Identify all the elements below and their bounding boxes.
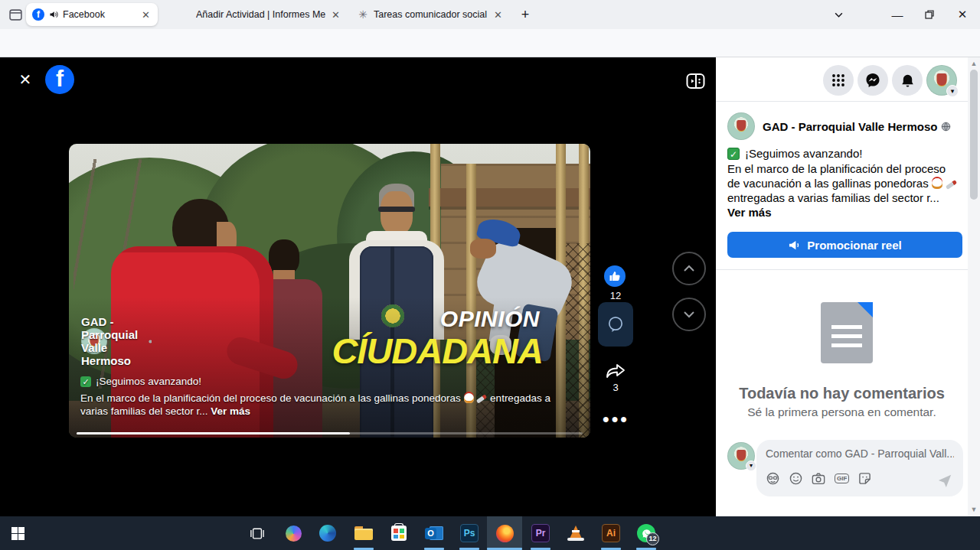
chevron-down-icon: ▾ <box>746 461 756 471</box>
tab-close-icon[interactable]: ✕ <box>330 9 341 21</box>
tab-informes[interactable]: Añadir Actividad | Informes Mensua ✕ <box>190 3 348 26</box>
tab-title: Añadir Actividad | Informes Mensua <box>196 9 325 20</box>
comment-composer[interactable]: Comentar como GAD - Parroquial Vall... G… <box>756 440 963 496</box>
file-explorer-icon[interactable] <box>346 516 381 550</box>
no-comments-icon <box>821 302 873 363</box>
browser-titlebar: f Facebook ✕ Añadir Actividad | Informes… <box>0 0 980 29</box>
see-more-link[interactable]: Ver más <box>727 206 772 219</box>
edge-icon[interactable] <box>310 516 345 550</box>
outlook-icon[interactable]: O <box>416 516 452 550</box>
comments-sidebar: ▾ GAD - Parroquial Valle Hermoso ✓ ¡Segu… <box>716 57 968 516</box>
tab-title: Tareas comunicador social GAD <box>374 9 488 20</box>
see-more-link[interactable]: Ver más <box>211 405 250 417</box>
more-options-icon[interactable]: ●●● <box>596 412 635 426</box>
notifications-button[interactable] <box>892 65 923 96</box>
collapse-sidebar-icon[interactable] <box>686 72 705 90</box>
reel-stage: ✕ f <box>0 57 716 516</box>
whatsapp-badge: 12 <box>646 532 659 545</box>
bell-icon <box>900 73 915 88</box>
check-icon: ✓ <box>727 148 740 160</box>
chevron-down-icon: ▾ <box>946 85 959 97</box>
scroll-up-icon[interactable]: ▲ <box>968 60 980 67</box>
megaphone-icon <box>788 239 801 251</box>
window-maximize-button[interactable] <box>912 0 947 29</box>
post-caption: En el marco de la planificación del proc… <box>727 161 960 220</box>
share-count[interactable]: 3 <box>596 382 635 393</box>
sticker-icon[interactable] <box>858 472 871 485</box>
video-progress-bar[interactable] <box>77 432 583 434</box>
vlc-icon[interactable] <box>558 516 593 550</box>
like-count[interactable]: 12 <box>596 290 635 301</box>
public-globe-icon <box>149 337 152 347</box>
tab-audio-icon[interactable] <box>49 10 58 19</box>
tab-list-chevron-icon[interactable] <box>828 4 849 25</box>
emoji-icon[interactable] <box>789 472 802 485</box>
divider <box>716 269 968 270</box>
public-globe-icon <box>941 122 951 132</box>
reel-video[interactable]: OPINIÓN CÍUDADANA GAD - Parroquial Valle… <box>69 144 590 438</box>
status-line: ✓ ¡Seguimos avanzando! <box>727 147 862 160</box>
task-view-button[interactable] <box>240 516 275 550</box>
next-reel-button[interactable] <box>672 298 706 331</box>
page-name[interactable]: GAD - Parroquial Valle Hermoso <box>81 315 152 367</box>
scrollbar-thumb[interactable] <box>970 70 978 200</box>
page-name[interactable]: GAD - Parroquial Valle Hermoso <box>763 120 951 133</box>
send-comment-icon[interactable] <box>937 474 952 487</box>
thumbs-up-icon <box>609 270 621 282</box>
no-comments-subtitle: Sé la primera persona en comentar. <box>716 405 968 419</box>
chatgpt-favicon-icon: ✳ <box>357 8 369 21</box>
gif-icon[interactable]: GIF <box>835 474 849 483</box>
video-caption: En el marco de la planificación del proc… <box>80 392 580 418</box>
photoshop-icon[interactable]: Ps <box>452 516 487 550</box>
windows-taskbar: Buscar <box>0 516 980 550</box>
tab-close-icon[interactable]: ✕ <box>492 9 504 21</box>
window-close-button[interactable]: ✕ <box>945 0 980 29</box>
avatar-sticker-icon[interactable] <box>766 472 780 485</box>
messenger-button[interactable] <box>858 65 888 96</box>
screen: f Facebook ✕ Añadir Actividad | Informes… <box>0 0 980 550</box>
video-progress-played <box>77 432 350 434</box>
whatsapp-icon[interactable]: 12 <box>629 516 664 550</box>
tab-facebook[interactable]: f Facebook ✕ <box>26 3 158 26</box>
window-minimize-button[interactable]: — <box>880 0 915 29</box>
overlay-title-line2: CÍUDADANA <box>332 330 543 372</box>
comments-button[interactable] <box>598 302 633 347</box>
account-menu-button[interactable]: ▾ <box>926 65 957 96</box>
messenger-icon <box>865 73 880 88</box>
share-arrow-icon <box>605 362 626 380</box>
copilot-icon[interactable] <box>276 516 311 550</box>
like-button[interactable] <box>604 265 626 287</box>
comment-input[interactable]: Comentar como GAD - Parroquial Vall... <box>766 447 954 460</box>
video-status-line: ✓ ¡Seguimos avanzando! <box>80 376 201 387</box>
facebook-header: ▾ <box>716 57 968 102</box>
promote-reel-button[interactable]: Promocionar reel <box>727 232 962 258</box>
chicken-icon <box>464 393 474 403</box>
premiere-icon[interactable]: Pr <box>523 516 558 550</box>
composer-avatar[interactable]: ▾ <box>727 442 755 470</box>
syringe-icon <box>946 180 957 190</box>
tab-title: Facebook <box>63 9 105 20</box>
new-tab-button[interactable]: + <box>514 4 536 25</box>
camera-icon[interactable] <box>812 473 825 485</box>
comment-bubble-icon <box>606 315 625 334</box>
close-reel-icon[interactable]: ✕ <box>17 71 34 88</box>
share-button[interactable] <box>603 360 628 382</box>
tab-close-icon[interactable]: ✕ <box>140 9 152 21</box>
tab-tareas[interactable]: ✳ Tareas comunicador social GAD ✕ <box>351 3 510 26</box>
page-scrollbar[interactable]: ▲ ▼ <box>968 57 980 516</box>
page-avatar[interactable] <box>727 112 755 140</box>
facebook-favicon-icon: f <box>32 8 44 21</box>
previous-reel-button[interactable] <box>672 252 706 285</box>
scroll-down-icon[interactable]: ▼ <box>968 506 980 513</box>
firefox-view-icon[interactable] <box>5 4 26 25</box>
facebook-logo[interactable]: f <box>45 65 74 94</box>
chicken-icon <box>932 178 942 189</box>
apps-menu-button[interactable] <box>823 65 854 96</box>
microsoft-store-icon[interactable] <box>381 516 416 550</box>
illustrator-icon[interactable]: Ai <box>593 516 629 550</box>
check-icon: ✓ <box>80 376 91 387</box>
firefox-icon[interactable] <box>487 516 522 550</box>
start-button[interactable] <box>0 516 35 550</box>
syringe-icon <box>476 394 487 403</box>
no-comments-title: Todavía no hay comentarios <box>716 385 968 402</box>
